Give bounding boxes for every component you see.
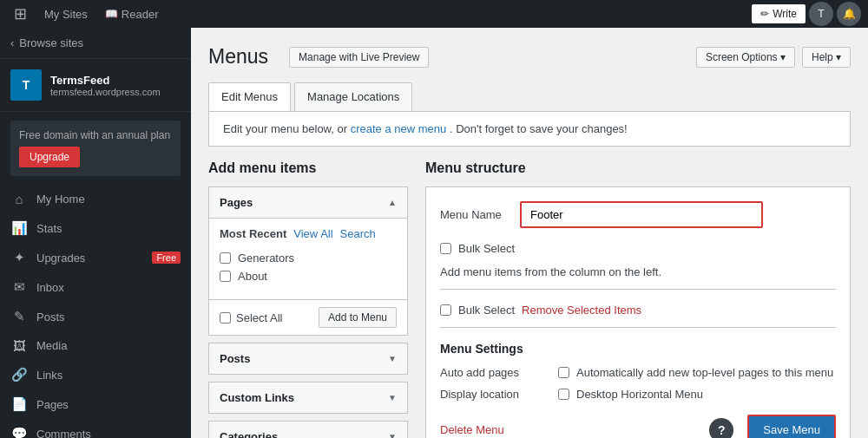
menu-structure-panel: Menu Name Bulk Select Add menu items fro… [425, 186, 851, 438]
wp-logo[interactable]: ⊞ [7, 0, 34, 28]
sidebar-item-label: Pages [36, 398, 181, 411]
upgrades-badge: Free [152, 252, 181, 264]
help-button[interactable]: Help ▾ [802, 47, 851, 68]
sidebar-item-links[interactable]: 🔗 Links [0, 360, 191, 389]
categories-accordion: Categories ▼ [208, 421, 408, 438]
pages-accordion-title: Pages [220, 196, 253, 209]
menu-name-input[interactable] [520, 201, 763, 228]
notice-bar: Edit your menu below, or create a new me… [208, 111, 851, 147]
remove-selected-link[interactable]: Remove Selected Items [522, 304, 641, 317]
sidebar-item-label: Stats [36, 222, 181, 235]
sidebar-item-posts[interactable]: ✎ Posts [0, 302, 191, 331]
sidebar-item-label: Inbox [36, 281, 181, 294]
help-bubble[interactable]: ? [709, 418, 733, 439]
page-item-about: About [220, 267, 397, 285]
upgrades-icon: ✦ [10, 250, 28, 265]
save-row: Delete Menu ? Save Menu [440, 415, 836, 438]
tab-edit-menus[interactable]: Edit Menus [208, 82, 291, 111]
site-url: termsfeed.wordpress.com [50, 87, 161, 97]
tab-most-recent[interactable]: Most Recent [220, 227, 286, 240]
tab-manage-locations[interactable]: Manage Locations [294, 82, 412, 111]
page-checkbox-generators[interactable] [220, 252, 231, 264]
page-title: Menus [208, 45, 268, 69]
notification-bell[interactable]: 🔔 [837, 2, 861, 26]
manage-preview-button[interactable]: Manage with Live Preview [289, 47, 429, 68]
sidebar-item-inbox[interactable]: ✉ Inbox [0, 272, 191, 302]
menu-settings-title: Menu Settings [440, 342, 836, 356]
custom-links-accordion-header[interactable]: Custom Links ▼ [209, 382, 407, 413]
browse-sites-link[interactable]: ‹ Browse sites [0, 28, 191, 59]
sidebar-item-pages[interactable]: 📄 Pages [0, 389, 191, 419]
pages-accordion-body: Most Recent View All Search Generators A… [209, 219, 407, 294]
auto-add-checkbox[interactable] [558, 367, 569, 378]
chevron-down-icon: ▼ [388, 393, 397, 402]
bulk-select-checkbox-1[interactable] [440, 243, 451, 254]
sidebar-item-label: Media [36, 339, 181, 352]
sidebar-item-stats[interactable]: 📊 Stats [0, 213, 191, 243]
site-name: TermsFeed [50, 74, 161, 87]
select-all-label: Select All [220, 311, 282, 324]
menu-structure-title: Menu structure [425, 160, 851, 176]
pages-accordion: Pages ▲ Most Recent View All Search Gene… [208, 186, 408, 336]
display-location-checkbox[interactable] [558, 389, 569, 400]
auto-add-pages-row: Auto add pages Automatically add new top… [440, 366, 836, 379]
sidebar-item-upgrades[interactable]: ✦ Upgrades Free [0, 243, 191, 272]
pages-icon: 📄 [10, 396, 28, 412]
custom-links-accordion: Custom Links ▼ [208, 382, 408, 414]
pages-tabs: Most Recent View All Search [220, 227, 397, 240]
notice-text-before: Edit your menu below, or [223, 122, 347, 135]
stats-icon: 📊 [10, 220, 28, 236]
main-content: Menus Manage with Live Preview Screen Op… [191, 28, 868, 438]
screen-options-button[interactable]: Screen Options ▾ [696, 47, 795, 68]
posts-accordion: Posts ▼ [208, 343, 408, 375]
auto-add-value: Automatically add new top-level pages to… [576, 366, 833, 379]
notice-text-after: . Don't forget to save your changes! [450, 122, 628, 135]
bulk-select-row-1: Bulk Select [440, 242, 836, 255]
categories-accordion-header[interactable]: Categories ▼ [209, 422, 407, 438]
save-menu-button[interactable]: Save Menu [747, 415, 836, 438]
pencil-icon: ✏ [760, 8, 769, 20]
sidebar-item-label: Upgrades [36, 252, 143, 265]
browse-sites-label: Browse sites [19, 36, 83, 49]
tab-search[interactable]: Search [340, 227, 376, 240]
sidebar-item-comments[interactable]: 💬 Comments [0, 419, 191, 438]
chevron-up-icon: ▲ [388, 198, 397, 207]
tab-view-all[interactable]: View All [293, 227, 332, 240]
tabs: Edit Menus Manage Locations [208, 82, 851, 111]
sidebar-item-label: Comments [36, 428, 181, 439]
upgrade-box: Free domain with an annual plan Upgrade [10, 121, 181, 176]
select-all-checkbox[interactable] [220, 312, 231, 324]
display-location-label: Display location [440, 388, 544, 401]
user-avatar[interactable]: T [809, 2, 833, 26]
bulk-select-row-2: Bulk Select Remove Selected Items [440, 304, 836, 328]
links-icon: 🔗 [10, 367, 28, 382]
site-info: T TermsFeed termsfeed.wordpress.com [0, 59, 191, 112]
delete-menu-link[interactable]: Delete Menu [440, 423, 504, 436]
site-icon: T [10, 69, 42, 101]
sidebar-item-media[interactable]: 🖼 Media [0, 331, 191, 360]
pages-accordion-header[interactable]: Pages ▲ [209, 187, 407, 219]
bell-icon: 🔔 [843, 8, 856, 20]
posts-icon: ✎ [10, 309, 28, 324]
add-to-menu-button[interactable]: Add to Menu [319, 307, 397, 328]
display-location-value: Desktop Horizontal Menu [576, 388, 703, 401]
add-menu-items-title: Add menu items [208, 160, 408, 176]
comments-icon: 💬 [10, 426, 28, 438]
reader-label: Reader [122, 8, 159, 21]
my-sites-link[interactable]: My Sites [37, 0, 95, 28]
page-label-generators: Generators [238, 252, 294, 265]
chevron-left-icon: ‹ [10, 36, 14, 49]
sidebar: ‹ Browse sites T TermsFeed termsfeed.wor… [0, 28, 191, 438]
page-checkbox-about[interactable] [220, 271, 231, 282]
write-button[interactable]: ✏ Write [752, 4, 806, 23]
upgrade-button[interactable]: Upgrade [19, 147, 80, 167]
create-new-menu-link[interactable]: create a new menu [351, 122, 447, 135]
sidebar-item-my-home[interactable]: ⌂ My Home [0, 185, 191, 213]
pages-accordion-footer: Select All Add to Menu [209, 299, 407, 335]
bulk-select-checkbox-2[interactable] [440, 304, 451, 316]
add-hint-text: Add menu items from the column on the le… [440, 265, 836, 290]
chevron-down-icon: ▼ [388, 432, 397, 438]
posts-accordion-header[interactable]: Posts ▼ [209, 343, 407, 374]
reader-link[interactable]: 📖 Reader [98, 0, 166, 28]
page-label-about: About [238, 270, 267, 283]
